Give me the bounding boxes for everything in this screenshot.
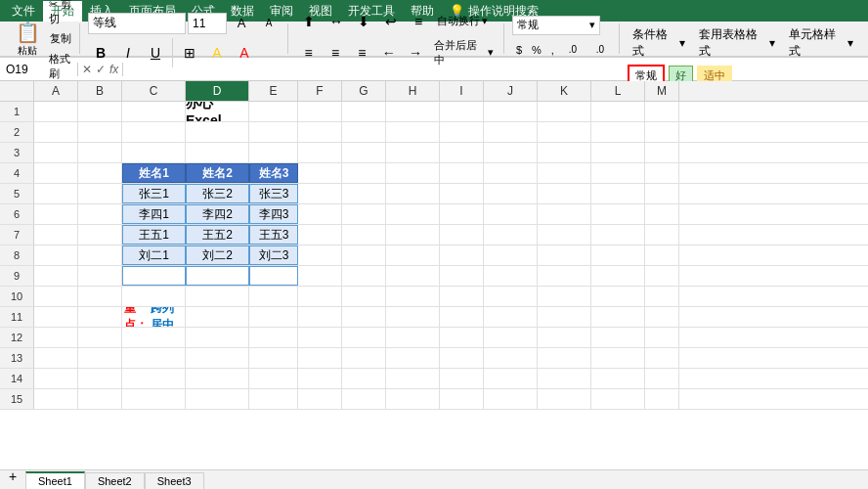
cell-b15[interactable]	[78, 389, 122, 409]
cell-g3[interactable]	[342, 143, 386, 162]
cell-f15[interactable]	[298, 389, 342, 409]
cell-d11[interactable]	[186, 307, 249, 327]
cell-c6[interactable]: 李四1	[122, 204, 186, 224]
cell-k4[interactable]	[538, 163, 591, 183]
cell-g9[interactable]	[342, 266, 386, 286]
align-right-btn[interactable]: ≡	[350, 40, 374, 66]
cell-f11[interactable]	[298, 307, 342, 327]
cell-k10[interactable]	[538, 287, 591, 306]
cell-m13[interactable]	[645, 348, 679, 368]
cell-e9[interactable]	[249, 266, 298, 286]
cell-h8[interactable]	[386, 245, 440, 265]
cell-j10[interactable]	[484, 287, 538, 306]
cell-a9[interactable]	[34, 266, 78, 286]
cell-d9[interactable]	[186, 266, 249, 286]
cell-b12[interactable]	[78, 328, 122, 347]
cell-e7[interactable]: 王五3	[249, 225, 298, 244]
col-header-l[interactable]: L	[591, 81, 645, 101]
cell-l5[interactable]	[591, 184, 645, 203]
cell-b14[interactable]	[78, 369, 122, 388]
col-header-j[interactable]: J	[484, 81, 538, 101]
cell-j15[interactable]	[484, 389, 538, 409]
cell-j12[interactable]	[484, 328, 538, 347]
cell-j2[interactable]	[484, 122, 538, 142]
cell-c1[interactable]	[122, 102, 186, 121]
cell-i10[interactable]	[440, 287, 484, 306]
cell-f5[interactable]	[298, 184, 342, 203]
cell-f13[interactable]	[298, 348, 342, 368]
cell-g10[interactable]	[342, 287, 386, 306]
cell-a14[interactable]	[34, 369, 78, 388]
cell-a11[interactable]	[34, 307, 78, 327]
cell-b4[interactable]	[78, 163, 122, 183]
cell-i15[interactable]	[440, 389, 484, 409]
cell-k2[interactable]	[538, 122, 591, 142]
cell-c8[interactable]: 刘二1	[122, 245, 186, 265]
cell-i9[interactable]	[440, 266, 484, 286]
cell-e3[interactable]	[249, 143, 298, 162]
cell-g5[interactable]	[342, 184, 386, 203]
cell-a10[interactable]	[34, 287, 78, 306]
cell-m8[interactable]	[645, 245, 679, 265]
decrease-decimal-btn[interactable]: .0	[587, 37, 613, 63]
col-header-e[interactable]: E	[249, 81, 298, 101]
cell-i8[interactable]	[440, 245, 484, 265]
cell-e13[interactable]	[249, 348, 298, 368]
cell-e5[interactable]: 张三3	[249, 184, 298, 203]
cell-h10[interactable]	[386, 287, 440, 306]
cell-f7[interactable]	[298, 225, 342, 244]
cell-m11[interactable]	[645, 307, 679, 327]
cell-b13[interactable]	[78, 348, 122, 368]
cell-e1[interactable]	[249, 102, 298, 121]
cell-c15[interactable]	[122, 389, 186, 409]
cell-b3[interactable]	[78, 143, 122, 162]
cell-i1[interactable]	[440, 102, 484, 121]
font-size-input[interactable]: 11	[188, 13, 227, 34]
cell-g7[interactable]	[342, 225, 386, 244]
col-header-g[interactable]: G	[342, 81, 386, 101]
cell-c13[interactable]	[122, 348, 186, 368]
decrease-font-btn[interactable]: A	[256, 11, 282, 36]
cell-h1[interactable]	[386, 102, 440, 121]
cell-j1[interactable]	[484, 102, 538, 121]
cell-c2[interactable]	[122, 122, 186, 142]
cell-a15[interactable]	[34, 389, 78, 409]
cell-c10[interactable]	[122, 287, 186, 306]
cell-c11[interactable]: 重点： 跨列居中	[122, 307, 186, 327]
cell-i14[interactable]	[440, 369, 484, 388]
cell-g4[interactable]	[342, 163, 386, 183]
cell-c12[interactable]	[122, 328, 186, 347]
cell-e8[interactable]: 刘二3	[249, 245, 298, 265]
cell-g14[interactable]	[342, 369, 386, 388]
cell-f1[interactable]	[298, 102, 342, 121]
copy-button[interactable]: 复制	[48, 26, 73, 52]
cell-g11[interactable]	[342, 307, 386, 327]
cancel-icon[interactable]: ✕	[82, 63, 92, 76]
table-format-btn[interactable]: 套用表格格式 ▾	[694, 23, 780, 63]
col-header-i[interactable]: I	[440, 81, 484, 101]
cell-k8[interactable]	[538, 245, 591, 265]
currency-btn[interactable]: $	[512, 42, 526, 58]
cell-m5[interactable]	[645, 184, 679, 203]
cell-f10[interactable]	[298, 287, 342, 306]
cell-a12[interactable]	[34, 328, 78, 347]
cell-d2[interactable]	[186, 122, 249, 142]
cell-g8[interactable]	[342, 245, 386, 265]
cell-i5[interactable]	[440, 184, 484, 203]
cell-j9[interactable]	[484, 266, 538, 286]
cell-h13[interactable]	[386, 348, 440, 368]
cell-c7[interactable]: 王五1	[122, 225, 186, 244]
cell-d7[interactable]: 王五2	[186, 225, 249, 244]
cell-d12[interactable]	[186, 328, 249, 347]
cell-m14[interactable]	[645, 369, 679, 388]
cell-e15[interactable]	[249, 389, 298, 409]
cell-d4[interactable]: 姓名2	[186, 163, 249, 183]
cell-a3[interactable]	[34, 143, 78, 162]
cell-c4[interactable]: 姓名1	[122, 163, 186, 183]
col-header-h[interactable]: H	[386, 81, 440, 101]
cell-d3[interactable]	[186, 143, 249, 162]
cell-m15[interactable]	[645, 389, 679, 409]
cell-c9[interactable]	[122, 266, 186, 286]
cell-d15[interactable]	[186, 389, 249, 409]
cell-i7[interactable]	[440, 225, 484, 244]
